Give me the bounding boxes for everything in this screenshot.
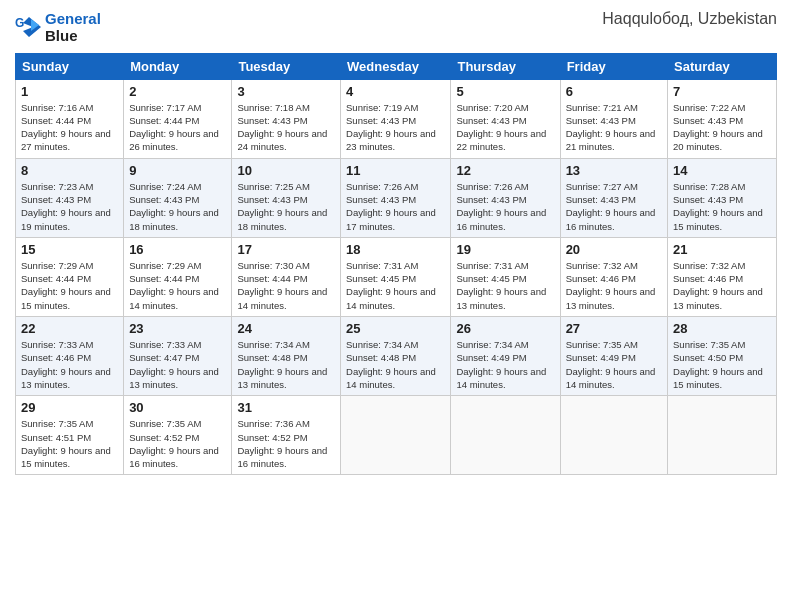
- calendar-cell: [341, 396, 451, 475]
- day-info: Sunrise: 7:31 AMSunset: 4:45 PMDaylight:…: [456, 259, 554, 312]
- day-number: 26: [456, 321, 554, 336]
- location: Haqqulобод, Uzbekistan: [602, 10, 777, 28]
- day-info: Sunrise: 7:21 AMSunset: 4:43 PMDaylight:…: [566, 101, 662, 154]
- calendar-cell: 31 Sunrise: 7:36 AMSunset: 4:52 PMDaylig…: [232, 396, 341, 475]
- day-number: 9: [129, 163, 226, 178]
- day-number: 11: [346, 163, 445, 178]
- day-number: 1: [21, 84, 118, 99]
- day-info: Sunrise: 7:32 AMSunset: 4:46 PMDaylight:…: [673, 259, 771, 312]
- day-number: 5: [456, 84, 554, 99]
- day-info: Sunrise: 7:33 AMSunset: 4:46 PMDaylight:…: [21, 338, 118, 391]
- day-number: 20: [566, 242, 662, 257]
- day-info: Sunrise: 7:34 AMSunset: 4:48 PMDaylight:…: [237, 338, 335, 391]
- day-number: 28: [673, 321, 771, 336]
- calendar-cell: 30 Sunrise: 7:35 AMSunset: 4:52 PMDaylig…: [124, 396, 232, 475]
- day-number: 4: [346, 84, 445, 99]
- day-number: 23: [129, 321, 226, 336]
- day-info: Sunrise: 7:18 AMSunset: 4:43 PMDaylight:…: [237, 101, 335, 154]
- day-info: Sunrise: 7:22 AMSunset: 4:43 PMDaylight:…: [673, 101, 771, 154]
- calendar-cell: 10 Sunrise: 7:25 AMSunset: 4:43 PMDaylig…: [232, 158, 341, 237]
- calendar-cell: 4 Sunrise: 7:19 AMSunset: 4:43 PMDayligh…: [341, 79, 451, 158]
- day-info: Sunrise: 7:35 AMSunset: 4:52 PMDaylight:…: [129, 417, 226, 470]
- calendar-week-4: 22 Sunrise: 7:33 AMSunset: 4:46 PMDaylig…: [16, 317, 777, 396]
- day-number: 31: [237, 400, 335, 415]
- calendar-cell: 12 Sunrise: 7:26 AMSunset: 4:43 PMDaylig…: [451, 158, 560, 237]
- calendar-cell: 25 Sunrise: 7:34 AMSunset: 4:48 PMDaylig…: [341, 317, 451, 396]
- day-info: Sunrise: 7:30 AMSunset: 4:44 PMDaylight:…: [237, 259, 335, 312]
- day-info: Sunrise: 7:31 AMSunset: 4:45 PMDaylight:…: [346, 259, 445, 312]
- day-info: Sunrise: 7:35 AMSunset: 4:50 PMDaylight:…: [673, 338, 771, 391]
- calendar-cell: 22 Sunrise: 7:33 AMSunset: 4:46 PMDaylig…: [16, 317, 124, 396]
- day-number: 3: [237, 84, 335, 99]
- day-info: Sunrise: 7:27 AMSunset: 4:43 PMDaylight:…: [566, 180, 662, 233]
- day-number: 12: [456, 163, 554, 178]
- day-info: Sunrise: 7:29 AMSunset: 4:44 PMDaylight:…: [129, 259, 226, 312]
- calendar-cell: 18 Sunrise: 7:31 AMSunset: 4:45 PMDaylig…: [341, 237, 451, 316]
- calendar-cell: 1 Sunrise: 7:16 AMSunset: 4:44 PMDayligh…: [16, 79, 124, 158]
- day-number: 2: [129, 84, 226, 99]
- weekday-header-monday: Monday: [124, 53, 232, 79]
- logo-blue: Blue: [45, 27, 101, 44]
- day-number: 7: [673, 84, 771, 99]
- calendar-cell: 14 Sunrise: 7:28 AMSunset: 4:43 PMDaylig…: [668, 158, 777, 237]
- weekday-header-saturday: Saturday: [668, 53, 777, 79]
- svg-text:G: G: [15, 16, 24, 30]
- day-number: 17: [237, 242, 335, 257]
- calendar-cell: 5 Sunrise: 7:20 AMSunset: 4:43 PMDayligh…: [451, 79, 560, 158]
- calendar-cell: 19 Sunrise: 7:31 AMSunset: 4:45 PMDaylig…: [451, 237, 560, 316]
- day-number: 6: [566, 84, 662, 99]
- day-number: 24: [237, 321, 335, 336]
- calendar-week-3: 15 Sunrise: 7:29 AMSunset: 4:44 PMDaylig…: [16, 237, 777, 316]
- day-info: Sunrise: 7:34 AMSunset: 4:48 PMDaylight:…: [346, 338, 445, 391]
- page-header: G General Blue Haqqulобод, Uzbekistan: [15, 10, 777, 45]
- day-number: 10: [237, 163, 335, 178]
- day-info: Sunrise: 7:25 AMSunset: 4:43 PMDaylight:…: [237, 180, 335, 233]
- calendar-cell: 27 Sunrise: 7:35 AMSunset: 4:49 PMDaylig…: [560, 317, 667, 396]
- weekday-header-friday: Friday: [560, 53, 667, 79]
- day-info: Sunrise: 7:20 AMSunset: 4:43 PMDaylight:…: [456, 101, 554, 154]
- day-number: 16: [129, 242, 226, 257]
- calendar-cell: 9 Sunrise: 7:24 AMSunset: 4:43 PMDayligh…: [124, 158, 232, 237]
- day-info: Sunrise: 7:33 AMSunset: 4:47 PMDaylight:…: [129, 338, 226, 391]
- day-number: 13: [566, 163, 662, 178]
- calendar-week-2: 8 Sunrise: 7:23 AMSunset: 4:43 PMDayligh…: [16, 158, 777, 237]
- logo: G General Blue: [15, 10, 101, 45]
- calendar-cell: 13 Sunrise: 7:27 AMSunset: 4:43 PMDaylig…: [560, 158, 667, 237]
- calendar-week-5: 29 Sunrise: 7:35 AMSunset: 4:51 PMDaylig…: [16, 396, 777, 475]
- calendar-cell: 11 Sunrise: 7:26 AMSunset: 4:43 PMDaylig…: [341, 158, 451, 237]
- day-number: 29: [21, 400, 118, 415]
- day-info: Sunrise: 7:28 AMSunset: 4:43 PMDaylight:…: [673, 180, 771, 233]
- day-info: Sunrise: 7:17 AMSunset: 4:44 PMDaylight:…: [129, 101, 226, 154]
- calendar-cell: 24 Sunrise: 7:34 AMSunset: 4:48 PMDaylig…: [232, 317, 341, 396]
- calendar-week-1: 1 Sunrise: 7:16 AMSunset: 4:44 PMDayligh…: [16, 79, 777, 158]
- day-info: Sunrise: 7:35 AMSunset: 4:49 PMDaylight:…: [566, 338, 662, 391]
- calendar-cell: 28 Sunrise: 7:35 AMSunset: 4:50 PMDaylig…: [668, 317, 777, 396]
- calendar-cell: 26 Sunrise: 7:34 AMSunset: 4:49 PMDaylig…: [451, 317, 560, 396]
- calendar-cell: 8 Sunrise: 7:23 AMSunset: 4:43 PMDayligh…: [16, 158, 124, 237]
- day-number: 25: [346, 321, 445, 336]
- calendar-cell: 21 Sunrise: 7:32 AMSunset: 4:46 PMDaylig…: [668, 237, 777, 316]
- day-info: Sunrise: 7:16 AMSunset: 4:44 PMDaylight:…: [21, 101, 118, 154]
- day-number: 27: [566, 321, 662, 336]
- day-number: 8: [21, 163, 118, 178]
- day-info: Sunrise: 7:26 AMSunset: 4:43 PMDaylight:…: [346, 180, 445, 233]
- day-info: Sunrise: 7:23 AMSunset: 4:43 PMDaylight:…: [21, 180, 118, 233]
- day-number: 15: [21, 242, 118, 257]
- day-number: 30: [129, 400, 226, 415]
- title-area: Haqqulобод, Uzbekistan: [602, 10, 777, 28]
- day-info: Sunrise: 7:29 AMSunset: 4:44 PMDaylight:…: [21, 259, 118, 312]
- page-container: G General Blue Haqqulобод, Uzbekistan Su…: [0, 0, 792, 485]
- weekday-header-thursday: Thursday: [451, 53, 560, 79]
- calendar-table: SundayMondayTuesdayWednesdayThursdayFrid…: [15, 53, 777, 476]
- weekday-header-tuesday: Tuesday: [232, 53, 341, 79]
- day-number: 22: [21, 321, 118, 336]
- calendar-cell: 6 Sunrise: 7:21 AMSunset: 4:43 PMDayligh…: [560, 79, 667, 158]
- weekday-header-wednesday: Wednesday: [341, 53, 451, 79]
- day-info: Sunrise: 7:24 AMSunset: 4:43 PMDaylight:…: [129, 180, 226, 233]
- calendar-cell: 17 Sunrise: 7:30 AMSunset: 4:44 PMDaylig…: [232, 237, 341, 316]
- day-info: Sunrise: 7:26 AMSunset: 4:43 PMDaylight:…: [456, 180, 554, 233]
- logo-icon: G: [15, 13, 43, 41]
- day-info: Sunrise: 7:19 AMSunset: 4:43 PMDaylight:…: [346, 101, 445, 154]
- calendar-cell: 7 Sunrise: 7:22 AMSunset: 4:43 PMDayligh…: [668, 79, 777, 158]
- calendar-header-row: SundayMondayTuesdayWednesdayThursdayFrid…: [16, 53, 777, 79]
